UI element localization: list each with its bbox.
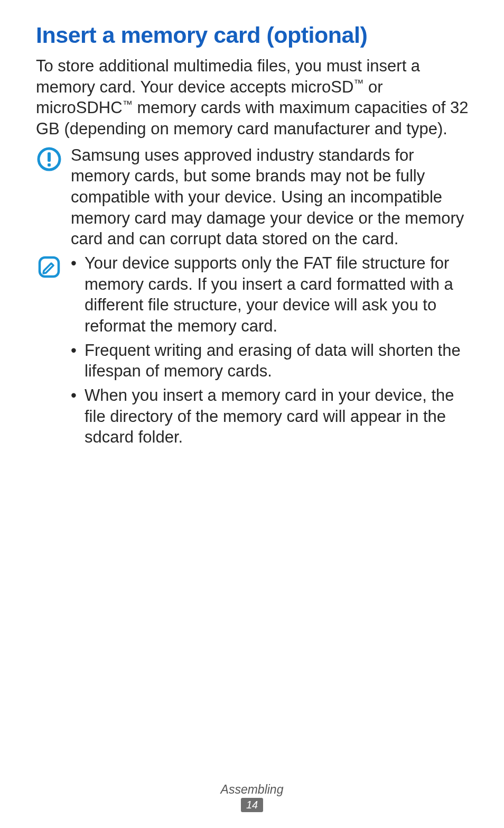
manual-page: Insert a memory card (optional) To store… — [0, 0, 504, 828]
footer-page-number: 14 — [241, 798, 263, 812]
intro-paragraph: To store additional multimedia files, yo… — [36, 56, 472, 140]
note-icon — [37, 255, 61, 279]
caution-icon — [37, 147, 61, 171]
caution-block: Samsung uses approved industry standards… — [36, 145, 472, 250]
page-footer: Assembling 14 — [0, 783, 504, 812]
page-title: Insert a memory card (optional) — [36, 22, 472, 48]
note-body: Your device supports only the FAT file s… — [71, 253, 472, 451]
note-item: Frequent writing and erasing of data wil… — [71, 340, 472, 382]
note-list: Your device supports only the FAT file s… — [71, 253, 472, 448]
note-icon-col — [36, 253, 62, 279]
caution-text: Samsung uses approved industry standards… — [71, 145, 472, 250]
tm-2: ™ — [123, 99, 133, 110]
caution-icon-col — [36, 145, 62, 171]
note-item: When you insert a memory card in your de… — [71, 385, 472, 448]
tm-1: ™ — [353, 78, 363, 89]
footer-section: Assembling — [0, 783, 504, 797]
intro-text-1: To store additional multimedia files, yo… — [36, 57, 420, 96]
note-item: Your device supports only the FAT file s… — [71, 253, 472, 337]
note-block: Your device supports only the FAT file s… — [36, 253, 472, 451]
svg-rect-2 — [48, 163, 51, 167]
svg-rect-1 — [48, 152, 51, 162]
